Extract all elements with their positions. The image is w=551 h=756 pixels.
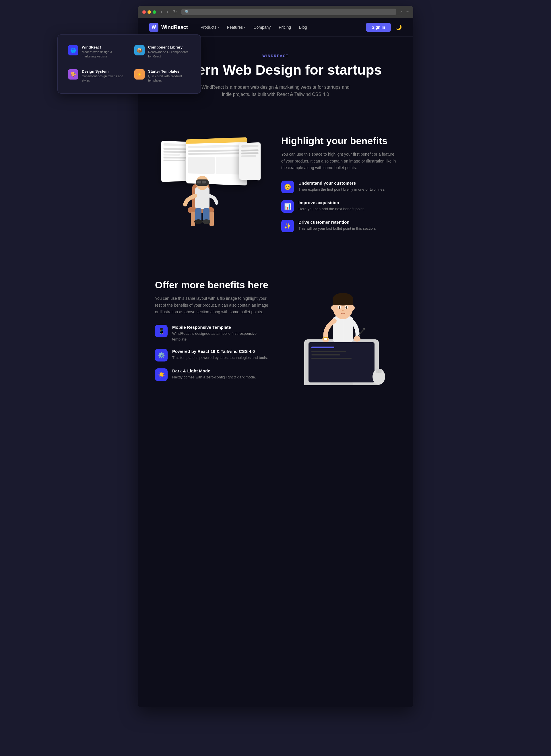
dropdown-item-templates[interactable]: ⚡ Starter Templates Quick start with pre… [138, 66, 194, 86]
benefit-item-customers: 😊 Understand your customers Then explain… [281, 180, 396, 193]
search-icon: 🔍 [185, 10, 189, 14]
benefit-item-darkmode: ☀️ Dark & Light Mode Nextly comes with a… [155, 368, 270, 381]
menu-icon[interactable]: ≡ [406, 10, 409, 14]
browser-navigation: ‹ › ↻ [159, 9, 178, 15]
svg-point-11 [194, 220, 202, 224]
dropdown-item-text-components: Component Library Ready-made UI componen… [148, 45, 190, 59]
svg-point-33 [331, 306, 335, 310]
svg-rect-28 [333, 299, 353, 305]
dropdown-item-components[interactable]: 📦 Component Library Ready-made UI compon… [138, 42, 194, 62]
svg-point-32 [346, 306, 347, 309]
navbar: W WindReact Products ▾ Features ▾ Compan… [138, 18, 413, 37]
maximize-window-button[interactable] [153, 10, 156, 14]
logo[interactable]: W WindReact [149, 23, 188, 32]
benefit-text-mobile: Mobile Responsive Template WindReact is … [172, 325, 270, 342]
benefit-icon-darkmode: ☀️ [155, 368, 167, 381]
benefit-icon-mobile: 📱 [155, 325, 167, 337]
benefit-text-retention: Drive customer retention This will be yo… [299, 220, 376, 232]
share-icon[interactable]: ↗ [400, 10, 403, 14]
svg-rect-3 [209, 212, 214, 226]
benefits-illustration-1 [155, 133, 264, 242]
benefits-description-2: You can use this same layout with a flip… [155, 295, 270, 316]
address-bar[interactable]: 🔍 [181, 9, 396, 15]
person-vr-illustration [166, 155, 247, 236]
benefits-title-2: Offer more benefits here [155, 279, 270, 291]
nav-right: Sign In 🌙 [366, 23, 402, 32]
back-button[interactable]: ‹ [159, 9, 163, 15]
svg-rect-17 [312, 354, 340, 355]
benefit-item-retention: ✨ Drive customer retention This will be … [281, 220, 396, 232]
svg-point-31 [339, 306, 340, 309]
svg-point-12 [202, 220, 210, 224]
website-content: W WindReact Products ▾ Features ▾ Compan… [138, 18, 413, 707]
svg-rect-8 [202, 180, 206, 183]
window-controls [142, 10, 156, 14]
benefit-icon-acquisition: 📊 [281, 200, 294, 213]
svg-point-38 [363, 328, 365, 330]
benefit-text-react: Powered by React 19 & Tailwind CSS 4.0 T… [172, 349, 268, 361]
svg-rect-4 [195, 187, 209, 209]
close-window-button[interactable] [142, 10, 146, 14]
nav-products[interactable]: Products ▾ [197, 23, 222, 31]
benefits-content-2: Offer more benefits here You can use thi… [155, 279, 270, 388]
browser-window: ‹ › ↻ 🔍 ↗ ≡ W WindReact Products [138, 6, 413, 707]
products-dropdown: 🌐 WindReact Modern web design & marketin… [138, 34, 201, 94]
benefit-icon-customers: 😊 [281, 180, 294, 193]
browser-toolbar: ‹ › ↻ 🔍 ↗ ≡ [138, 6, 413, 18]
benefits-section-1: Highlight your benefits You can use this… [138, 121, 413, 265]
forward-button[interactable]: › [165, 9, 169, 15]
svg-point-34 [351, 306, 355, 310]
benefits-title-1: Highlight your benefits [281, 135, 396, 146]
benefit-text-darkmode: Dark & Light Mode Nextly comes with a ze… [172, 368, 256, 380]
refresh-button[interactable]: ↻ [172, 9, 178, 15]
benefits-section-2: Offer more benefits here You can use thi… [138, 265, 413, 414]
nav-features[interactable]: Features ▾ [223, 23, 249, 31]
chevron-down-icon: ▾ [217, 26, 219, 29]
svg-rect-10 [203, 208, 209, 221]
dropdown-item-icon-components: 📦 [138, 45, 145, 55]
benefits-description-1: You can use this space to highlight your… [281, 151, 396, 171]
benefit-item-react: ⚙️ Powered by React 19 & Tailwind CSS 4.… [155, 349, 270, 362]
browser-actions: ↗ ≡ [400, 10, 409, 14]
svg-rect-40 [324, 338, 328, 340]
nav-blog[interactable]: Blog [296, 23, 311, 31]
svg-rect-20 [330, 382, 353, 385]
developer-svg [293, 271, 390, 385]
svg-rect-9 [195, 208, 201, 221]
chevron-down-icon: ▾ [244, 26, 245, 29]
svg-rect-15 [312, 347, 334, 348]
benefits-illustration-2 [287, 276, 396, 391]
logo-icon: W [149, 23, 158, 32]
nav-links: Products ▾ Features ▾ Company Pricing Bl… [197, 23, 357, 31]
dark-mode-toggle[interactable]: 🌙 [396, 24, 402, 30]
signin-button[interactable]: Sign In [366, 23, 391, 32]
benefit-text-customers: Understand your customers Then explain t… [299, 180, 386, 193]
benefit-icon-react: ⚙️ [155, 349, 167, 362]
svg-point-36 [354, 336, 361, 342]
dropdown-grid: 🌐 WindReact Modern web design & marketin… [138, 42, 194, 86]
logo-text: WindReact [161, 24, 188, 30]
svg-rect-16 [312, 351, 346, 352]
nav-pricing[interactable]: Pricing [275, 23, 295, 31]
minimize-window-button[interactable] [147, 10, 151, 14]
svg-rect-2 [191, 212, 195, 226]
dropdown-item-text-templates: Starter Templates Quick start with pre-b… [148, 69, 190, 83]
benefit-item-acquisition: 📊 Improve acquisition Here you can add t… [281, 200, 396, 213]
svg-rect-18 [312, 358, 352, 359]
vr-scene [155, 133, 264, 242]
dev-illustration [293, 282, 390, 385]
hero-subtitle: WindReact is a modern web design & marke… [201, 83, 350, 98]
benefit-item-mobile: 📱 Mobile Responsive Template WindReact i… [155, 325, 270, 342]
benefit-icon-retention: ✨ [281, 220, 294, 232]
svg-rect-7 [197, 180, 201, 183]
dropdown-item-icon-templates: ⚡ [138, 69, 145, 79]
benefits-content-1: Highlight your benefits You can use this… [281, 135, 396, 239]
benefit-text-acquisition: Improve acquisition Here you can add the… [299, 200, 365, 212]
nav-company[interactable]: Company [250, 23, 274, 31]
logo-letter: W [151, 25, 156, 30]
